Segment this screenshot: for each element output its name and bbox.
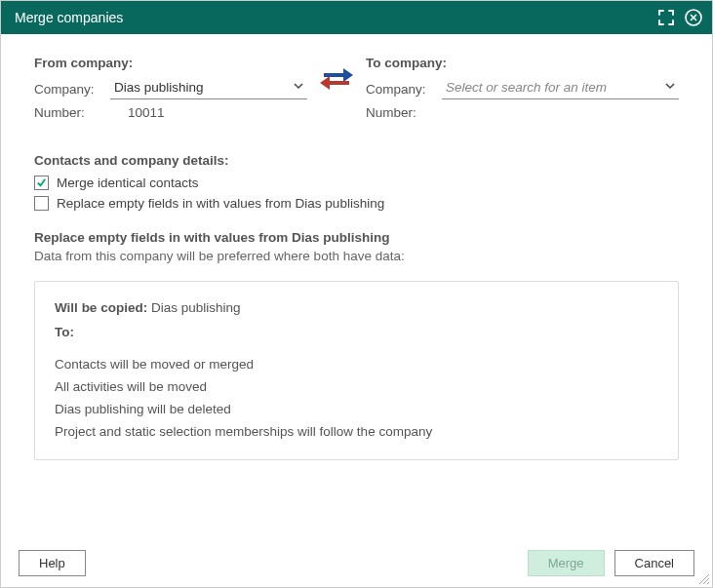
- merge-button[interactable]: Merge: [528, 550, 605, 576]
- swap-arrows: [307, 56, 366, 96]
- to-company-placeholder: Select or search for an item: [446, 80, 607, 95]
- dialog-content: From company: Company: Dias publishing N…: [1, 34, 712, 470]
- merge-contacts-checkbox[interactable]: [34, 176, 49, 190]
- summary-list: Contacts will be moved or merged All act…: [55, 354, 658, 444]
- summary-line: All activities will be moved: [55, 376, 658, 399]
- replace-empty-label: Replace empty fields in with values from…: [57, 196, 384, 211]
- cancel-button[interactable]: Cancel: [614, 550, 694, 576]
- to-company-label: Company:: [366, 82, 442, 97]
- to-company-panel: To company: Company: Select or search fo…: [366, 56, 679, 126]
- titlebar-controls: [657, 9, 702, 26]
- merge-summary: Will be copied: Dias publishing To: Cont…: [34, 281, 679, 460]
- contacts-heading: Contacts and company details:: [34, 153, 679, 168]
- chevron-down-icon: [663, 79, 677, 96]
- summary-line: Project and static selection memberships…: [55, 421, 658, 444]
- summary-copied-value: Dias publishing: [151, 300, 241, 315]
- replace-section: Replace empty fields in with values from…: [34, 230, 679, 460]
- to-heading: To company:: [366, 56, 679, 70]
- from-company-label: Company:: [34, 82, 110, 97]
- maximize-icon[interactable]: [657, 9, 675, 26]
- from-company-value: Dias publishing: [114, 80, 204, 95]
- summary-line: Dias publishing will be deleted: [55, 399, 658, 421]
- from-heading: From company:: [34, 56, 307, 70]
- replace-title: Replace empty fields in with values from…: [34, 230, 679, 245]
- from-company-panel: From company: Company: Dias publishing N…: [34, 56, 307, 126]
- from-number-label: Number:: [34, 105, 110, 120]
- svg-line-3: [707, 582, 709, 584]
- dialog-footer: Help Merge Cancel: [1, 538, 712, 587]
- replace-subtitle: Data from this company will be preferred…: [34, 249, 679, 263]
- from-number-value: 10011: [110, 105, 165, 120]
- to-number-label: Number:: [366, 105, 442, 120]
- merge-contacts-label: Merge identical contacts: [57, 176, 199, 190]
- summary-to-label: To:: [55, 322, 658, 344]
- help-button[interactable]: Help: [19, 550, 86, 576]
- close-icon[interactable]: [685, 9, 702, 26]
- to-company-select[interactable]: Select or search for an item: [442, 78, 679, 99]
- contacts-section: Contacts and company details: Merge iden…: [34, 153, 679, 211]
- dialog-title: Merge companies: [15, 10, 123, 25]
- swap-arrows-icon[interactable]: [318, 65, 355, 96]
- summary-copied-label: Will be copied:: [55, 300, 147, 315]
- summary-line: Contacts will be moved or merged: [55, 354, 658, 376]
- resize-grip-icon[interactable]: [696, 571, 710, 585]
- chevron-down-icon: [292, 79, 305, 96]
- from-company-select[interactable]: Dias publishing: [110, 78, 307, 99]
- replace-empty-checkbox[interactable]: [34, 196, 49, 211]
- titlebar: Merge companies: [1, 1, 712, 34]
